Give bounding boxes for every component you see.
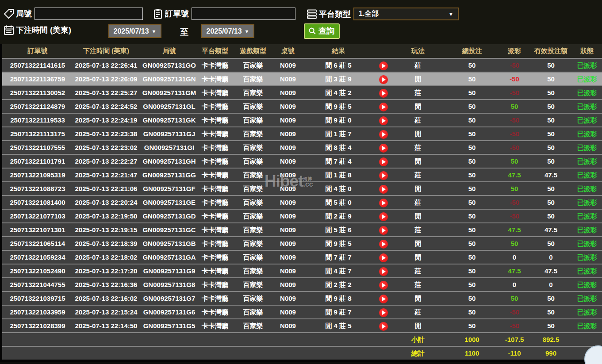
- play-icon[interactable]: [379, 295, 388, 303]
- play-icon[interactable]: [379, 116, 388, 125]
- cell-platform: 卡卡灣廳: [199, 264, 231, 277]
- order-no-input[interactable]: [192, 8, 295, 20]
- game-no-input[interactable]: [35, 8, 143, 20]
- order-no-filter: 訂單號: [153, 8, 295, 20]
- table-row[interactable]: 250713221033959 2025-07-13 22:15:24 GN00…: [2, 305, 602, 318]
- table-row[interactable]: 250713221119533 2025-07-13 22:24:19 GN00…: [2, 113, 602, 126]
- cell-game-no: GN009257131GI: [139, 140, 199, 154]
- calendar-icon: [4, 25, 14, 35]
- play-icon[interactable]: [379, 212, 388, 221]
- cell-table-no: N009: [275, 318, 301, 332]
- table-row[interactable]: 250713221124879 2025-07-13 22:24:52 GN00…: [2, 99, 602, 113]
- table-row[interactable]: 250713221039715 2025-07-13 22:16:02 GN00…: [2, 291, 602, 305]
- cell-total-bet: 50: [445, 222, 499, 236]
- table-row[interactable]: 250713221130052 2025-07-13 22:25:27 GN00…: [2, 85, 602, 99]
- play-icon[interactable]: [379, 103, 388, 111]
- date-range-to-label: 至: [180, 27, 188, 38]
- play-icon[interactable]: [379, 226, 388, 235]
- cell-platform: 卡卡灣廳: [199, 113, 231, 126]
- cell-order-no: 250713221052490: [2, 264, 73, 277]
- play-icon[interactable]: [379, 75, 388, 84]
- table-row[interactable]: 250713221081400 2025-07-13 22:20:24 GN00…: [2, 195, 602, 209]
- cell-valid-bet: 50: [530, 318, 572, 332]
- table-row[interactable]: 250713221077103 2025-07-13 22:19:50 GN00…: [2, 209, 602, 222]
- play-icon[interactable]: [379, 253, 388, 262]
- cell-table-no: N009: [275, 250, 301, 264]
- cell-status: 已派彩: [572, 126, 602, 140]
- play-icon[interactable]: [379, 157, 388, 166]
- play-icon[interactable]: [379, 185, 388, 194]
- grand-total-valid-bet: 990: [530, 346, 572, 360]
- cell-bet-side: 閒: [391, 72, 445, 85]
- table-row[interactable]: 250713221065114 2025-07-13 22:18:39 GN00…: [2, 236, 602, 250]
- table-row[interactable]: 250713221088723 2025-07-13 22:21:06 GN00…: [2, 181, 602, 195]
- header-bet-time: 下注時間 (美東): [73, 44, 139, 58]
- cell-status: 已派彩: [572, 318, 602, 332]
- table-row[interactable]: 250713221136759 2025-07-13 22:26:09 GN00…: [2, 72, 602, 85]
- cell-platform: 卡卡灣廳: [199, 250, 231, 264]
- table-row[interactable]: 250713221044755 2025-07-13 22:16:36 GN00…: [2, 277, 602, 291]
- header-platform: 平台類型: [199, 44, 231, 58]
- cell-game-no: GN009257131GN: [139, 72, 199, 85]
- date-to-select[interactable]: 2025/07/13 ▼: [201, 24, 254, 38]
- play-triangle: [382, 215, 386, 219]
- table-row[interactable]: 250713221059234 2025-07-13 22:18:02 GN00…: [2, 250, 602, 264]
- query-button[interactable]: 查詢: [304, 23, 340, 39]
- cell-total-bet: 50: [445, 264, 499, 277]
- cell-platform: 卡卡灣廳: [199, 277, 231, 291]
- play-triangle: [382, 324, 386, 329]
- cell-result: 閒 9 莊 7: [301, 305, 376, 318]
- cell-total-bet: 50: [445, 236, 499, 250]
- table-row[interactable]: 250713221071301 2025-07-13 22:19:15 GN00…: [2, 222, 602, 236]
- play-icon[interactable]: [379, 130, 388, 139]
- table-row[interactable]: 250713221107555 2025-07-13 22:23:02 GN00…: [2, 140, 602, 154]
- platform-select[interactable]: 1.全部 ▼: [353, 8, 459, 20]
- cell-bet-time: 2025-07-13 22:26:41: [73, 58, 139, 72]
- date-from-select[interactable]: 2025/07/13 ▼: [108, 24, 161, 38]
- play-icon[interactable]: [379, 281, 388, 290]
- table-row[interactable]: 250713221028399 2025-07-13 22:14:50 GN00…: [2, 318, 602, 332]
- cell-game-type: 百家樂: [231, 222, 275, 236]
- cell-payout: -50: [499, 305, 530, 318]
- table-row[interactable]: 250713221113175 2025-07-13 22:23:38 GN00…: [2, 126, 602, 140]
- cell-bet-time: 2025-07-13 22:24:19: [73, 113, 139, 126]
- cell-game-type: 百家樂: [231, 250, 275, 264]
- grand-total-total-bet: 1100: [445, 346, 499, 360]
- play-icon[interactable]: [379, 144, 388, 153]
- cell-status: 已派彩: [572, 236, 602, 250]
- play-icon[interactable]: [379, 322, 388, 331]
- play-icon[interactable]: [379, 199, 388, 207]
- cell-total-bet: 50: [445, 154, 499, 168]
- cell-order-no: 250713221141615: [2, 58, 73, 72]
- cell-total-bet: 50: [445, 140, 499, 154]
- cell-bet-side: 閒: [391, 318, 445, 332]
- cell-replay: [376, 140, 391, 154]
- play-triangle: [382, 173, 386, 178]
- cell-total-bet: 50: [445, 277, 499, 291]
- play-triangle: [382, 283, 386, 287]
- cell-game-no: GN009257131G6: [139, 305, 199, 318]
- table-row[interactable]: 250713221095319 2025-07-13 22:21:47 GN00…: [2, 168, 602, 181]
- query-button-label: 查詢: [318, 26, 334, 36]
- cell-order-no: 250713221059234: [2, 250, 73, 264]
- platform-label: 平台類型: [319, 9, 351, 19]
- play-icon[interactable]: [379, 308, 388, 317]
- cell-total-bet: 50: [445, 181, 499, 195]
- table-row[interactable]: 250713221052490 2025-07-13 22:17:20 GN00…: [2, 264, 602, 277]
- table-row[interactable]: 250713221101791 2025-07-13 22:22:27 GN00…: [2, 154, 602, 168]
- play-icon[interactable]: [379, 240, 388, 249]
- cell-bet-side: 閒: [391, 181, 445, 195]
- cell-game-type: 百家樂: [231, 72, 275, 85]
- play-icon[interactable]: [379, 89, 388, 98]
- cell-result: 閒 1 莊 7: [301, 126, 376, 140]
- table-row[interactable]: 250713221141615 2025-07-13 22:26:41 GN00…: [2, 58, 602, 72]
- cell-game-type: 百家樂: [231, 181, 275, 195]
- play-icon[interactable]: [379, 267, 388, 276]
- play-icon[interactable]: [379, 171, 388, 180]
- cell-order-no: 250713221065114: [2, 236, 73, 250]
- header-total-bet: 總投注: [445, 44, 499, 58]
- cell-status: 已派彩: [572, 305, 602, 318]
- cell-game-no: GN009257131GC: [139, 222, 199, 236]
- play-icon[interactable]: [379, 61, 388, 70]
- bet-records-table-wrap: 訂單號 下注時間 (美東) 局號 平台類型 遊戲類型 桌號 結果 玩法 總投注 …: [0, 44, 602, 362]
